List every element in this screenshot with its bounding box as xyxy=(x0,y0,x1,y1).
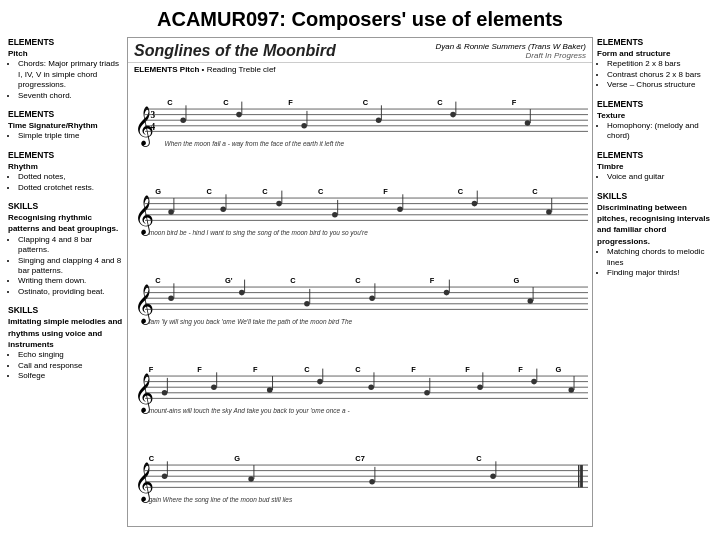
left-subtitle-skills-rhythmic: Recognising rhythmic patterns and beat g… xyxy=(8,213,118,233)
left-elements-label-rhythm: ELEMENTS xyxy=(8,150,123,161)
song-title: Songlines of the Moonbird xyxy=(134,42,336,60)
left-list-timesig: Simple triple time xyxy=(8,131,123,141)
right-block-skills-discriminating: SKILLS Discriminating between pitches, r… xyxy=(597,191,712,279)
svg-text:G: G xyxy=(555,365,561,374)
song-author: Dyan & Ronnie Summers (Trans W Baker) xyxy=(435,42,586,51)
center-elements-sub: Pitch xyxy=(180,65,200,74)
left-block-timesig: ELEMENTS Time Signature/Rhythm Simple tr… xyxy=(8,109,123,142)
svg-text:C: C xyxy=(458,187,464,196)
list-item: Dotted crotchet rests. xyxy=(18,183,123,193)
svg-point-101 xyxy=(317,379,323,385)
svg-point-67 xyxy=(168,295,174,301)
svg-text:C: C xyxy=(355,365,361,374)
right-list-skills-discriminating: Matching chords to melodic lines Finding… xyxy=(597,247,712,278)
svg-text:C: C xyxy=(149,455,155,464)
right-subtitle-timbre: Timbre xyxy=(597,162,624,171)
svg-point-75 xyxy=(444,290,450,296)
page: ACAMUR097: Composers' use of elements EL… xyxy=(0,0,720,540)
draft-badge: Draft In Progress xyxy=(435,51,586,60)
left-subtitle-pitch: Pitch xyxy=(8,49,28,58)
center-elements-item: • Reading Treble clef xyxy=(202,65,276,74)
center-header: Songlines of the Moonbird Dyan & Ronnie … xyxy=(128,38,592,63)
svg-point-124 xyxy=(162,474,168,480)
svg-text:C: C xyxy=(206,187,212,196)
left-block-rhythm: ELEMENTS Rhythm Dotted notes, Dotted cro… xyxy=(8,150,123,193)
staff-row-1: 𝄞 3 4 C C F C C F xyxy=(132,93,588,153)
svg-text:F: F xyxy=(253,365,258,374)
svg-point-18 xyxy=(301,123,307,129)
staff-row-3: 𝄞 C G' C C F G xyxy=(132,271,588,331)
svg-text:C: C xyxy=(290,276,296,285)
svg-point-130 xyxy=(490,474,496,480)
list-item: Dotted notes, xyxy=(18,172,123,182)
right-subtitle-form: Form and structure xyxy=(597,49,670,58)
left-subtitle-rhythm: Rhythm xyxy=(8,162,38,171)
svg-point-14 xyxy=(180,117,186,123)
left-skills-label-rhythmic: SKILLS xyxy=(8,201,123,212)
svg-point-24 xyxy=(525,120,531,126)
list-item: Echo singing xyxy=(18,350,123,360)
left-skills-label-imitating: SKILLS xyxy=(8,305,123,316)
list-item: Clapping 4 and 8 bar patterns. xyxy=(18,235,123,256)
svg-text:moon bird be - hind   I want t: moon bird be - hind I want to sing the s… xyxy=(149,229,369,237)
svg-text:C: C xyxy=(318,187,324,196)
svg-text:C: C xyxy=(476,455,482,464)
svg-text:F: F xyxy=(430,276,435,285)
svg-point-73 xyxy=(369,295,375,301)
svg-text:F: F xyxy=(288,98,293,107)
svg-text:When the moon fall a - way fro: When the moon fall a - way from the face… xyxy=(165,140,345,148)
left-subtitle-skills-imitating: Imitating simple melodies and rhythms us… xyxy=(8,317,122,349)
svg-point-40 xyxy=(168,209,174,215)
right-block-texture: ELEMENTS Texture Homophony: (melody and … xyxy=(597,99,712,142)
svg-point-107 xyxy=(477,385,483,391)
staff-row-5: 𝄞 C G C7 C xyxy=(132,449,588,509)
svg-text:F: F xyxy=(512,98,517,107)
list-item: Matching chords to melodic lines xyxy=(607,247,712,268)
left-block-pitch: ELEMENTS Pitch Chords: Major primary tri… xyxy=(8,37,123,101)
svg-text:mount-ains will touch the sky : mount-ains will touch the sky And take y… xyxy=(149,407,351,415)
list-item: Ostinato, providing beat. xyxy=(18,287,123,297)
list-item: Homophony: (melody and chord) xyxy=(607,121,712,142)
list-item: Writing them down. xyxy=(18,276,123,286)
svg-text:C: C xyxy=(155,276,161,285)
main-layout: ELEMENTS Pitch Chords: Major primary tri… xyxy=(8,37,712,527)
center-panel: Songlines of the Moonbird Dyan & Ronnie … xyxy=(127,37,593,527)
svg-point-46 xyxy=(332,212,338,218)
list-item: Verse – Chorus structure xyxy=(607,80,712,90)
song-meta: Dyan & Ronnie Summers (Trans W Baker) Dr… xyxy=(435,42,586,60)
left-elements-label-timesig: ELEMENTS xyxy=(8,109,123,120)
svg-point-103 xyxy=(368,385,374,391)
right-panel: ELEMENTS Form and structure Repetition 2… xyxy=(597,37,712,527)
center-elements-label: ELEMENTS xyxy=(134,65,178,74)
svg-text:G: G xyxy=(234,455,240,464)
svg-text:C: C xyxy=(223,98,229,107)
list-item: Solfege xyxy=(18,371,123,381)
right-elements-label-texture: ELEMENTS xyxy=(597,99,712,110)
svg-text:F: F xyxy=(197,365,202,374)
svg-point-52 xyxy=(546,209,552,215)
svg-point-97 xyxy=(211,385,217,391)
svg-text:C: C xyxy=(262,187,268,196)
svg-point-109 xyxy=(531,379,537,385)
list-item: Repetition 2 x 8 bars xyxy=(607,59,712,69)
left-block-skills-rhythmic: SKILLS Recognising rhythmic patterns and… xyxy=(8,201,123,297)
svg-text:gain   Where the song line of : gain Where the song line of the moon bud… xyxy=(149,497,293,505)
svg-point-69 xyxy=(239,290,245,296)
list-item: Finding major thirds! xyxy=(607,268,712,278)
svg-point-111 xyxy=(568,387,574,393)
svg-text:C: C xyxy=(167,98,173,107)
right-skills-label-discriminating: SKILLS xyxy=(597,191,712,202)
svg-point-126 xyxy=(248,477,254,483)
svg-text:C7: C7 xyxy=(355,455,365,464)
left-list-rhythm: Dotted notes, Dotted crotchet rests. xyxy=(8,172,123,193)
svg-text:fam 'ly will sing you back 'om: fam 'ly will sing you back 'ome We'll ta… xyxy=(149,318,353,326)
svg-text:F: F xyxy=(411,365,416,374)
list-item: Seventh chord. xyxy=(18,91,123,101)
list-item: Chords: Major primary triads I, IV, V in… xyxy=(18,59,123,90)
left-list-skills-imitating: Echo singing Call and response Solfege xyxy=(8,350,123,381)
center-elements-pitch: ELEMENTS Pitch • Reading Treble clef xyxy=(128,63,592,76)
sheet-music-area: 𝄞 3 4 C C F C C F xyxy=(128,76,592,526)
svg-point-20 xyxy=(376,117,382,123)
left-subtitle-timesig: Time Signature/Rhythm xyxy=(8,121,98,130)
page-title: ACAMUR097: Composers' use of elements xyxy=(8,8,712,31)
